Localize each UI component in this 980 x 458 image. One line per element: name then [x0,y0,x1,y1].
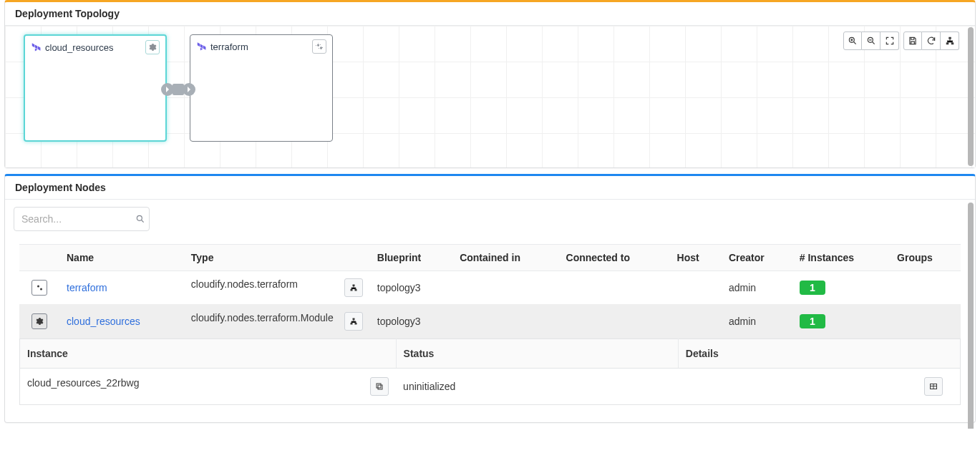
save-icon [908,36,918,46]
instance-row[interactable]: cloud_resources_22rbwg uninitialized [20,369,961,405]
zoom-out-button[interactable] [862,31,880,50]
node-name-link[interactable]: cloud_resources [67,316,140,327]
col-instance[interactable]: Instance [20,339,397,369]
svg-rect-8 [354,289,356,291]
col-host[interactable]: Host [670,245,722,271]
gear-icon [148,43,157,52]
topology-canvas[interactable]: cloud_resources terraform [5,26,975,167]
node-type-icon [31,280,47,296]
col-type[interactable]: Type [184,245,370,271]
topology-toolbar [839,31,959,50]
copy-icon [375,382,384,391]
zoom-in-icon [848,36,858,46]
node-blueprint-text: topology3 [370,305,452,338]
type-hierarchy-button[interactable] [344,278,363,297]
search-input[interactable] [14,207,150,231]
svg-rect-9 [352,318,354,321]
search-wrapper [14,207,150,231]
col-contained-in[interactable]: Contained in [452,245,558,271]
node-settings-button[interactable] [145,40,160,54]
deployment-topology-title: Deployment Topology [5,2,975,26]
topology-node-label: cloud_resources [45,42,113,53]
instances-badge: 1 [800,281,825,295]
gears-icon [35,283,44,292]
fit-screen-button[interactable] [880,31,899,50]
svg-rect-10 [350,323,352,325]
deployment-nodes-panel: Deployment Nodes Name Type Blueprint Con… [4,174,976,423]
col-connected-to[interactable]: Connected to [559,245,670,271]
nodes-table: Name Type Blueprint Contained in Connect… [19,244,961,338]
topology-connector [161,83,195,96]
instance-status-text: uninitialized [396,369,678,405]
panel-scrollbar[interactable] [968,27,974,166]
undo-icon [926,36,936,46]
svg-point-5 [137,215,142,220]
node-contained-in [452,305,558,338]
col-instances[interactable]: # Instances [792,245,890,271]
node-name-link[interactable]: terraform [67,282,107,293]
chevron-right-icon [164,86,171,93]
svg-rect-6 [352,285,354,287]
node-type-icon [31,313,47,329]
terraform-icon [31,42,41,52]
zoom-in-button[interactable] [843,31,862,50]
table-row[interactable]: terraform cloudify.nodes.terraform topol… [19,271,961,305]
instance-id-text: cloud_resources_22rbwg [27,377,139,389]
type-hierarchy-button[interactable] [344,312,363,331]
instances-table: Instance Status Details cloud_resources_… [19,338,961,405]
deployment-topology-panel: Deployment Topology cloud_resources [4,0,976,168]
expand-icon [885,36,895,46]
svg-rect-3 [946,42,949,44]
auto-layout-button[interactable] [941,31,959,50]
node-contained-in [452,271,558,305]
topology-node-label: terraform [210,42,248,52]
node-settings-button[interactable] [312,39,326,54]
node-connected-to [559,271,670,305]
node-host [670,271,722,305]
svg-rect-7 [350,289,352,291]
instance-details-button[interactable] [924,377,943,396]
table-row[interactable]: cloud_resources cloudify.nodes.terraform… [19,305,961,338]
chevron-right-icon [185,86,193,93]
node-host [670,305,722,338]
undo-button[interactable] [922,31,941,50]
zoom-out-icon [866,36,876,46]
col-status[interactable]: Status [396,339,678,369]
col-blueprint[interactable]: Blueprint [370,245,452,271]
node-blueprint-text: topology3 [370,271,452,305]
svg-rect-2 [949,37,951,39]
col-groups[interactable]: Groups [890,245,961,271]
sitemap-icon [945,36,955,46]
node-type-text: cloudify.nodes.terraform [191,278,298,290]
copy-instance-id-button[interactable] [370,377,389,396]
table-icon [929,382,938,391]
col-creator[interactable]: Creator [722,245,792,271]
svg-rect-13 [377,384,381,388]
col-details[interactable]: Details [678,339,960,369]
node-type-text: cloudify.nodes.terraform.Module [191,312,334,323]
save-layout-button[interactable] [903,31,922,50]
topology-node-cloud-resources[interactable]: cloud_resources [24,34,167,142]
svg-rect-4 [951,42,954,44]
node-groups [890,305,961,338]
terraform-icon [196,42,206,52]
sitemap-icon [349,283,358,292]
node-groups [890,271,961,305]
gears-icon [315,42,324,51]
svg-rect-11 [354,323,356,325]
search-icon [135,214,145,224]
instances-badge: 1 [800,314,825,328]
node-creator: admin [722,271,792,305]
topology-node-terraform[interactable]: terraform [190,34,333,142]
col-name[interactable]: Name [59,245,184,271]
panel-scrollbar[interactable] [968,203,974,429]
deployment-nodes-title: Deployment Nodes [5,176,975,200]
svg-rect-12 [378,385,382,389]
node-creator: admin [722,305,792,338]
gear-icon [35,317,44,326]
sitemap-icon [349,317,358,326]
node-connected-to [559,305,670,338]
